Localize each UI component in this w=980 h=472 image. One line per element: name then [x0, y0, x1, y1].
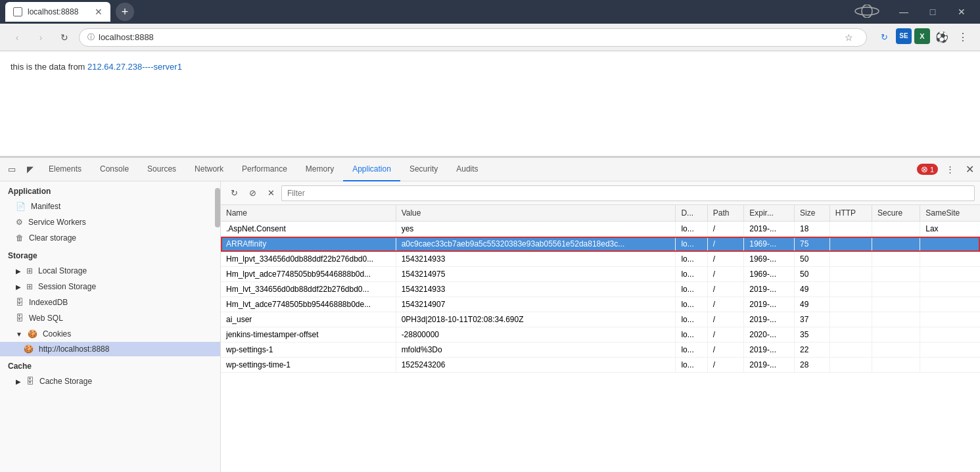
address-bar: ‹ › ↻ ⓘ localhost:8888 ☆ ↻ SE X ⚽ ⋮ — [0, 24, 980, 51]
table-row[interactable]: wp-settings-1mfold%3Dolo.../2019-...22 — [221, 342, 980, 358]
table-cell-7 — [872, 342, 920, 358]
sidebar-item-indexeddb[interactable]: 🗄 IndexedDB — [0, 295, 220, 310]
table-cell-3: / — [707, 327, 743, 342]
table-cell-2: lo... — [676, 327, 707, 342]
tab-audits[interactable]: Audits — [447, 158, 487, 181]
table-cell-4: 1969-... — [744, 267, 795, 282]
cookie-table-body: .AspNet.Consentyeslo.../2019-...18LaxARR… — [221, 222, 980, 373]
sidebar-item-web-sql[interactable]: 🗄 Web SQL — [0, 310, 220, 326]
table-row[interactable]: Hm_lpvt_334656d0db88ddf22b276dbd0...1543… — [221, 252, 980, 267]
tab-memory[interactable]: Memory — [296, 158, 343, 181]
table-cell-0: Hm_lpvt_adce7748505bb95446888b0d... — [221, 267, 396, 282]
table-row[interactable]: .AspNet.Consentyeslo.../2019-...18Lax — [221, 222, 980, 237]
table-cell-6 — [829, 327, 872, 342]
sidebar-label-session-storage: Session Storage — [38, 282, 96, 291]
table-cell-5: 37 — [795, 312, 830, 327]
devtools: ▭ ◤ Elements Console Sources Network Per… — [0, 156, 980, 472]
table-row[interactable]: Hm_lvt_334656d0db88ddf22b276dbd0...15432… — [221, 282, 980, 297]
forward-button[interactable]: › — [32, 28, 50, 47]
new-tab-button[interactable]: + — [116, 3, 134, 21]
indexeddb-icon: 🗄 — [16, 298, 24, 307]
close-button[interactable]: ✕ — [948, 2, 975, 22]
col-expires[interactable]: Expir... — [744, 205, 795, 222]
cookie-table: Name Value D... Path Expir... Size HTTP … — [221, 205, 980, 472]
browser-chrome: localhost:8888 ✕ + — □ ✕ — [0, 0, 980, 24]
table-cell-7 — [872, 267, 920, 282]
bookmark-star-icon[interactable]: ☆ — [845, 32, 853, 43]
table-row[interactable]: ARRAffinitya0c9caec33cb7aeb9a5c55320383e… — [221, 237, 980, 252]
tab-network[interactable]: Network — [185, 158, 233, 181]
col-samesite[interactable]: SameSite — [920, 205, 980, 222]
sidebar: Application 📄 Manifest ⚙ Service Workers… — [0, 181, 221, 472]
col-name[interactable]: Name — [221, 205, 396, 222]
tab-sources[interactable]: Sources — [138, 158, 185, 181]
devtools-more-icon[interactable]: ⋮ — [941, 160, 959, 179]
more-options-button[interactable]: ⋮ — [954, 28, 972, 47]
devtools-inspect-icon[interactable]: ▭ — [3, 160, 21, 179]
back-button[interactable]: ‹ — [8, 28, 26, 47]
tab-security[interactable]: Security — [400, 158, 447, 181]
sidebar-label-service-workers: Service Workers — [28, 218, 86, 227]
filter-block-button[interactable]: ⊘ — [245, 185, 260, 201]
table-cell-4: 2019-... — [744, 342, 795, 358]
table-cell-7 — [872, 222, 920, 237]
table-cell-5: 28 — [795, 358, 830, 373]
table-row[interactable]: ai_user0PH3d|2018-10-11T02:08:34.690Zlo.… — [221, 312, 980, 327]
address-input[interactable]: ⓘ localhost:8888 ☆ — [79, 28, 867, 47]
tab-title: localhost:8888 — [28, 7, 89, 16]
table-cell-4: 2019-... — [744, 282, 795, 297]
browser-logo — [854, 5, 880, 19]
devtools-device-icon[interactable]: ◤ — [21, 160, 39, 179]
col-http[interactable]: HTTP — [829, 205, 872, 222]
table-cell-3: / — [707, 237, 743, 252]
tab-console[interactable]: Console — [91, 158, 138, 181]
table-cell-2: lo... — [676, 252, 707, 267]
sidebar-label-manifest: Manifest — [31, 202, 60, 211]
table-cell-8: Lax — [920, 222, 980, 237]
col-domain[interactable]: D... — [676, 205, 707, 222]
sidebar-subitem-localhost[interactable]: 🍪 http://localhost:8888 — [0, 342, 220, 356]
devtools-body: Application 📄 Manifest ⚙ Service Workers… — [0, 181, 980, 472]
minimize-button[interactable]: — — [891, 2, 917, 22]
tab-performance[interactable]: Performance — [233, 158, 296, 181]
maximize-button[interactable]: □ — [920, 2, 946, 22]
clear-storage-icon: 🗑 — [16, 233, 24, 243]
tab-application[interactable]: Application — [343, 158, 400, 181]
edge-sync-icon[interactable]: ↻ — [875, 28, 893, 47]
sidebar-item-cookies[interactable]: ▼ 🍪 Cookies — [0, 326, 220, 342]
sidebar-label-cache-storage: Cache Storage — [39, 377, 92, 386]
sidebar-item-clear-storage[interactable]: 🗑 Clear storage — [0, 230, 220, 246]
table-row[interactable]: Hm_lvt_adce7748505bb95446888b0de...15432… — [221, 297, 980, 312]
tab-close-btn[interactable]: ✕ — [95, 7, 103, 17]
sidebar-item-session-storage[interactable]: ▶ ⊞ Session Storage — [0, 279, 220, 295]
col-size[interactable]: Size — [795, 205, 830, 222]
table-cell-0: wp-settings-1 — [221, 342, 396, 358]
filter-clear-button[interactable]: ✕ — [263, 185, 279, 201]
main-panel: ↻ ⊘ ✕ Name Value D... Path Expir... — [221, 181, 980, 472]
table-cell-8 — [920, 237, 980, 252]
browser-tab[interactable]: localhost:8888 ✕ — [5, 2, 110, 22]
table-cell-0: Hm_lvt_334656d0db88ddf22b276dbd0... — [221, 282, 396, 297]
tab-elements[interactable]: Elements — [39, 158, 91, 181]
sidebar-item-cache-storage[interactable]: ▶ 🗄 Cache Storage — [0, 373, 220, 389]
extension-icon-3[interactable]: ⚽ — [933, 28, 951, 47]
table-row[interactable]: jenkins-timestamper-offset-28800000lo...… — [221, 327, 980, 342]
filter-refresh-button[interactable]: ↻ — [226, 185, 242, 201]
close-devtools-button[interactable]: ✕ — [962, 162, 977, 177]
sidebar-item-local-storage[interactable]: ▶ ⊞ Local Storage — [0, 263, 220, 279]
refresh-button[interactable]: ↻ — [55, 28, 74, 47]
col-secure[interactable]: Secure — [872, 205, 920, 222]
col-value[interactable]: Value — [396, 205, 676, 222]
table-row[interactable]: wp-settings-time-11525243206lo.../2019-.… — [221, 358, 980, 373]
page-text-static: this is the data from — [11, 62, 87, 72]
extension-icon-1[interactable]: SE — [896, 28, 912, 44]
sidebar-item-manifest[interactable]: 📄 Manifest — [0, 199, 220, 214]
col-path[interactable]: Path — [707, 205, 743, 222]
sidebar-item-service-workers[interactable]: ⚙ Service Workers — [0, 214, 220, 230]
extension-icon-2[interactable]: X — [914, 28, 930, 44]
sidebar-section-application: Application — [0, 181, 220, 199]
table-cell-7 — [872, 358, 920, 373]
filter-input[interactable] — [281, 185, 975, 201]
table-row[interactable]: Hm_lpvt_adce7748505bb95446888b0d...15432… — [221, 267, 980, 282]
table-cell-7 — [872, 282, 920, 297]
